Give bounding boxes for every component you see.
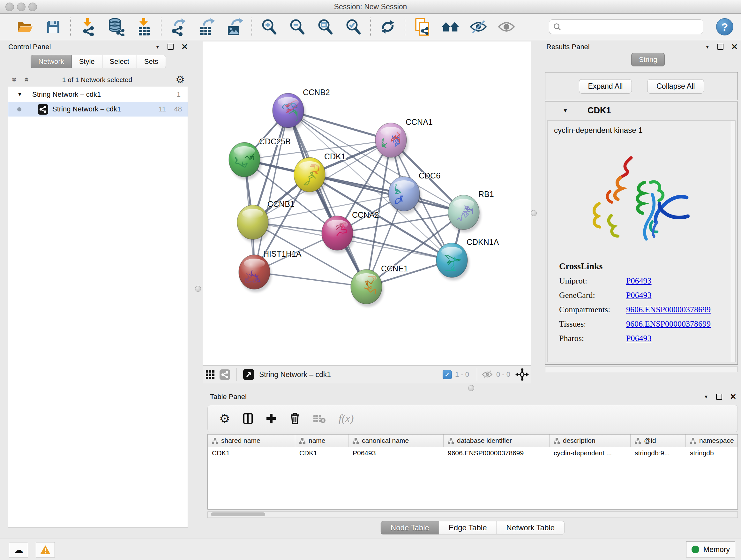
crosslink-link[interactable]: 9606.ENSP00000378699: [626, 319, 711, 329]
table-cell[interactable]: CDK1: [208, 447, 295, 459]
column-header-name[interactable]: name: [295, 435, 348, 447]
tab-select[interactable]: Select: [103, 55, 137, 68]
table-horizontal-scrollbar[interactable]: [207, 511, 738, 518]
network-canvas[interactable]: CCNB2CCNA1CDC25BCDK1CDC6RB1CCNB1CCNA2CDK…: [203, 42, 531, 366]
node-CDC25B[interactable]: [229, 142, 262, 180]
panel-close-icon[interactable]: ✕: [181, 43, 188, 51]
export-network-button[interactable]: [169, 17, 188, 37]
network-row-selected[interactable]: String Network – cdk1 11 48: [8, 102, 188, 117]
table-cell[interactable]: P06493: [348, 447, 444, 459]
table-cell[interactable]: CDK1: [295, 447, 348, 459]
crosslink-link[interactable]: P06493: [626, 334, 651, 343]
tab-style[interactable]: Style: [72, 55, 103, 68]
table-cell[interactable]: 9606.ENSP00000378699: [444, 447, 549, 459]
cloud-status-button[interactable]: ☁: [9, 542, 28, 557]
table-row[interactable]: CDK1CDK1P064939606.ENSP00000378699cyclin…: [208, 447, 738, 459]
open-in-window-icon[interactable]: [241, 365, 256, 384]
zoom-out-button[interactable]: [288, 17, 307, 37]
zoom-in-button[interactable]: [260, 17, 278, 37]
help-button[interactable]: ?: [716, 18, 733, 36]
node-CCNB2[interactable]: [273, 93, 306, 131]
import-network-database-button[interactable]: [107, 17, 125, 37]
column-header-database-identifier[interactable]: database identifier: [444, 435, 549, 447]
column-header-@id[interactable]: @id: [630, 435, 686, 447]
hide-selected-button[interactable]: [469, 17, 488, 37]
zoom-selected-button[interactable]: [344, 17, 362, 37]
export-image-button[interactable]: [225, 17, 244, 37]
table-cell[interactable]: stringdb: [686, 447, 738, 459]
table-cell[interactable]: cyclin-dependent ...: [549, 447, 630, 459]
edge-CCNB2-CCNE1[interactable]: [288, 111, 366, 287]
tab-edge-table[interactable]: Edge Table: [439, 521, 497, 535]
apply-layout-button[interactable]: [379, 17, 397, 37]
right-splitter-handle[interactable]: [531, 210, 537, 216]
expand-all-button[interactable]: Expand All: [579, 79, 632, 94]
scrollbar-thumb[interactable]: [211, 512, 265, 516]
panel-menu-icon[interactable]: ▼: [705, 44, 710, 50]
network-options-gear-icon[interactable]: ⚙: [176, 73, 185, 85]
clone-network-button[interactable]: [413, 17, 431, 37]
tab-string[interactable]: String: [631, 53, 665, 66]
tab-node-table[interactable]: Node Table: [381, 521, 439, 535]
center-view-icon[interactable]: [514, 365, 531, 384]
table-settings-gear-icon[interactable]: ⚙: [219, 413, 230, 425]
birdseye-view-icon[interactable]: [203, 365, 217, 384]
tab-sets[interactable]: Sets: [137, 55, 166, 68]
node-CCNA1[interactable]: [375, 123, 408, 160]
left-splitter-handle[interactable]: [195, 286, 201, 292]
open-session-button[interactable]: [16, 17, 35, 37]
edge-CCNB2-HIST1H1A[interactable]: [254, 111, 288, 272]
results-horizontal-scrollbar[interactable]: [545, 367, 738, 372]
node-CCNA2[interactable]: [322, 216, 354, 253]
delete-column-button[interactable]: [289, 413, 300, 425]
first-neighbors-button[interactable]: [441, 17, 460, 37]
show-all-button[interactable]: [497, 17, 516, 37]
column-header-shared-name[interactable]: shared name: [208, 435, 295, 447]
section-collapse-triangle-icon[interactable]: ▼: [562, 108, 568, 114]
export-table-button[interactable]: [197, 17, 216, 37]
crosslink-link[interactable]: P06493: [626, 276, 651, 286]
memory-button[interactable]: Memory: [686, 542, 735, 557]
global-search-field[interactable]: [549, 19, 703, 34]
panel-float-icon[interactable]: [718, 44, 724, 50]
protein-section-header[interactable]: ▼ CDK1: [545, 102, 738, 120]
node-RB1[interactable]: [448, 195, 481, 233]
edge-CDK1-RB1[interactable]: [310, 175, 464, 212]
show-columns-button[interactable]: [243, 413, 253, 424]
import-network-file-button[interactable]: [78, 17, 97, 37]
add-column-button[interactable]: [266, 413, 277, 424]
tab-network[interactable]: Network: [30, 55, 72, 68]
collapse-all-button[interactable]: Collapse All: [647, 79, 704, 94]
import-table-file-button[interactable]: [135, 17, 153, 37]
search-input[interactable]: [561, 21, 703, 33]
control-panel: Control Panel ▼ ✕ NetworkStyleSelectSets…: [4, 42, 191, 537]
node-HIST1H1A[interactable]: [239, 255, 272, 292]
zoom-fit-button[interactable]: [316, 17, 334, 37]
warnings-button[interactable]: [36, 542, 55, 557]
panel-float-icon[interactable]: [716, 394, 722, 400]
collapse-triangle-icon[interactable]: ▼: [17, 91, 22, 98]
panel-float-icon[interactable]: [167, 44, 174, 50]
panel-menu-icon[interactable]: ▼: [155, 44, 160, 50]
node-CCNE1[interactable]: [351, 269, 384, 307]
table-cell[interactable]: stringdb:9...: [630, 447, 686, 459]
network-collection-row[interactable]: ▼ String Network – cdk1 1: [8, 87, 188, 102]
node-CDKN1A[interactable]: [436, 243, 469, 280]
network-graph[interactable]: CCNB2CCNA1CDC25BCDK1CDC6RB1CCNB1CCNA2CDK…: [203, 42, 531, 366]
column-header-description[interactable]: description: [549, 435, 630, 447]
string-view-icon[interactable]: [217, 365, 232, 384]
save-session-button[interactable]: [44, 17, 63, 37]
column-header-canonical-name[interactable]: canonical name: [348, 435, 444, 447]
bottom-splitter-handle[interactable]: [468, 385, 474, 391]
node-CDK1[interactable]: [294, 158, 327, 195]
results-vertical-scrollbar[interactable]: [731, 121, 735, 362]
tab-network-table[interactable]: Network Table: [497, 521, 565, 535]
panel-close-icon[interactable]: ✕: [731, 43, 738, 51]
crosslink-link[interactable]: 9606.ENSP00000378699: [626, 305, 711, 314]
node-CDC6[interactable]: [388, 177, 421, 214]
panel-close-icon[interactable]: ✕: [730, 393, 737, 401]
column-header-namespace[interactable]: namespace: [686, 435, 738, 447]
selected-checkbox-icon[interactable]: ✓: [443, 370, 452, 379]
crosslink-link[interactable]: P06493: [626, 291, 651, 300]
panel-menu-icon[interactable]: ▼: [704, 394, 709, 399]
